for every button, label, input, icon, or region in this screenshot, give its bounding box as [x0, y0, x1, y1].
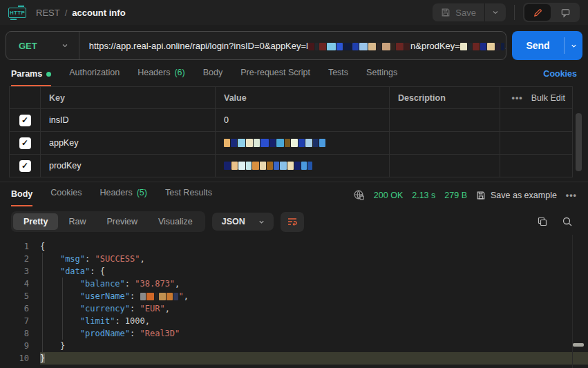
response-tab-test-results[interactable]: Test Results	[165, 188, 212, 206]
response-toolbar: Pretty Raw Preview Visualize JSON	[0, 206, 588, 236]
response-tabs: Body Cookies Headers (5) Test Results 20…	[0, 182, 588, 206]
view-pretty-tab[interactable]: Pretty	[13, 213, 58, 230]
status-badge[interactable]: 200 OK	[374, 191, 403, 200]
redacted-pixel-block	[294, 162, 301, 170]
redacted-pixel-block	[260, 139, 269, 147]
view-visualize-tab[interactable]: Visualize	[148, 213, 203, 230]
response-tab-body[interactable]: Body	[11, 189, 32, 206]
response-body-viewer[interactable]: 1{2 "msg": "SUCCESS",3 "data": {4 "balan…	[0, 236, 588, 365]
response-time[interactable]: 2.13 s	[412, 191, 435, 200]
param-value-insid[interactable]: 0	[215, 109, 389, 131]
checkbox-appkey[interactable]: ✓	[19, 137, 31, 149]
param-key-insid[interactable]: insID	[40, 109, 215, 131]
redacted-pixel-block	[267, 162, 273, 170]
breadcrumb-collection[interactable]: REST	[36, 8, 60, 18]
code-token: ,	[165, 304, 170, 313]
tab-tests[interactable]: Tests	[328, 68, 348, 86]
code-token: "userName"	[80, 291, 130, 301]
params-header-bulk: ••• Bulk Edit	[500, 87, 573, 108]
redacted-pixel-block	[377, 43, 381, 50]
response-meta: 200 OK 2.13 s 279 B Save as example •••	[353, 189, 577, 206]
response-more-options-icon[interactable]: •••	[566, 191, 577, 200]
param-description-prodkey[interactable]	[389, 155, 500, 177]
code-token: ,	[175, 279, 180, 289]
redacted-pixel-block	[307, 162, 312, 170]
redacted-pixel-block	[319, 139, 325, 147]
send-button[interactable]: Send	[512, 31, 564, 60]
format-selector[interactable]: JSON	[212, 213, 274, 231]
network-globe-lock-icon[interactable]	[353, 189, 365, 201]
copy-icon[interactable]	[537, 216, 548, 227]
format-label: JSON	[222, 217, 245, 226]
redacted-pixel-block	[291, 139, 298, 147]
comments-button[interactable]	[552, 4, 578, 21]
param-key-appkey[interactable]: appKey	[40, 132, 215, 154]
code-token: "Real3D"	[140, 329, 180, 338]
code-line: 10}	[8, 352, 588, 365]
tab-body-label: Body	[203, 68, 223, 77]
code-token: :	[85, 254, 95, 264]
response-tab-cookies[interactable]: Cookies	[50, 188, 82, 206]
redacted-pixel-block	[336, 43, 343, 50]
tab-settings[interactable]: Settings	[366, 68, 397, 86]
tab-prerequest-script[interactable]: Pre-request Script	[240, 68, 310, 86]
params-scrollbar[interactable]	[576, 113, 582, 171]
view-preview-tab[interactable]: Preview	[96, 213, 147, 230]
wrap-text-button[interactable]	[281, 212, 304, 232]
code-token: : {	[90, 267, 105, 276]
redacted-pixel-block	[246, 139, 253, 147]
code-token: "msg"	[60, 254, 85, 264]
redacted-pixel-block	[287, 162, 294, 170]
url-input[interactable]: https://app.real-api.online/rapi/login?i…	[79, 41, 506, 51]
bulk-edit-button[interactable]: Bulk Edit	[531, 93, 565, 103]
checkbox-prodkey[interactable]: ✓	[19, 160, 31, 172]
line-content: {	[40, 240, 588, 253]
param-value-appkey-redacted[interactable]	[215, 132, 389, 154]
save-button[interactable]: Save	[433, 3, 484, 21]
code-token: "EUR"	[140, 304, 165, 313]
redacted-pixel-block	[468, 43, 472, 50]
response-tab-body-label: Body	[11, 189, 32, 199]
breadcrumb-request-title[interactable]: account info	[72, 8, 125, 18]
request-tabs: Params Authorization Headers (6) Body Pr…	[0, 60, 588, 86]
request-bar: GET https://app.real-api.online/rapi/log…	[6, 31, 582, 60]
redacted-pixel-block	[305, 139, 312, 147]
redacted-pixel-block	[246, 162, 252, 170]
response-tab-headers[interactable]: Headers (5)	[99, 188, 147, 206]
params-header-row: Key Value Description ••• Bulk Edit	[10, 87, 572, 109]
line-number: 5	[8, 290, 29, 302]
edit-request-button[interactable]	[524, 4, 551, 21]
redacted-pixel-block	[460, 43, 467, 50]
param-description-insid[interactable]	[389, 109, 500, 131]
code-token: "balance"	[80, 279, 125, 289]
redacted-pixel-block	[313, 139, 319, 147]
param-bulk-appkey	[500, 132, 573, 154]
more-options-icon[interactable]: •••	[512, 93, 523, 103]
param-description-appkey[interactable]	[389, 132, 500, 154]
param-value-prodkey-redacted[interactable]	[215, 155, 389, 177]
checkbox-insid[interactable]: ✓	[19, 115, 31, 126]
view-raw-tab[interactable]: Raw	[58, 213, 96, 230]
search-icon[interactable]	[562, 216, 573, 227]
tab-authorization[interactable]: Authorization	[69, 68, 120, 86]
url-redacted-prodkey	[460, 41, 505, 51]
tab-headers-label: Headers	[137, 68, 170, 77]
code-token: :	[130, 304, 140, 313]
param-key-prodkey[interactable]: prodKey	[40, 155, 215, 177]
pencil-icon	[533, 8, 543, 18]
tab-params[interactable]: Params	[11, 69, 51, 86]
cookies-link[interactable]: Cookies	[543, 69, 577, 86]
code-token: "prodName"	[80, 329, 130, 338]
save-as-example-button[interactable]: Save as example	[476, 191, 557, 200]
response-size[interactable]: 279 B	[444, 191, 467, 200]
code-scrollbar-thumb[interactable]	[573, 343, 584, 347]
params-table: Key Value Description ••• Bulk Edit ✓ in…	[9, 86, 573, 177]
http-request-icon: HTTP	[8, 8, 26, 18]
tab-body[interactable]: Body	[203, 68, 223, 86]
chevron-down-icon	[491, 8, 500, 17]
method-selector[interactable]: GET	[6, 41, 79, 51]
save-options-button[interactable]	[485, 3, 506, 21]
send-options-button[interactable]	[565, 31, 582, 60]
redacted-pixel-block	[224, 139, 230, 147]
tab-headers[interactable]: Headers (6)	[137, 68, 185, 86]
